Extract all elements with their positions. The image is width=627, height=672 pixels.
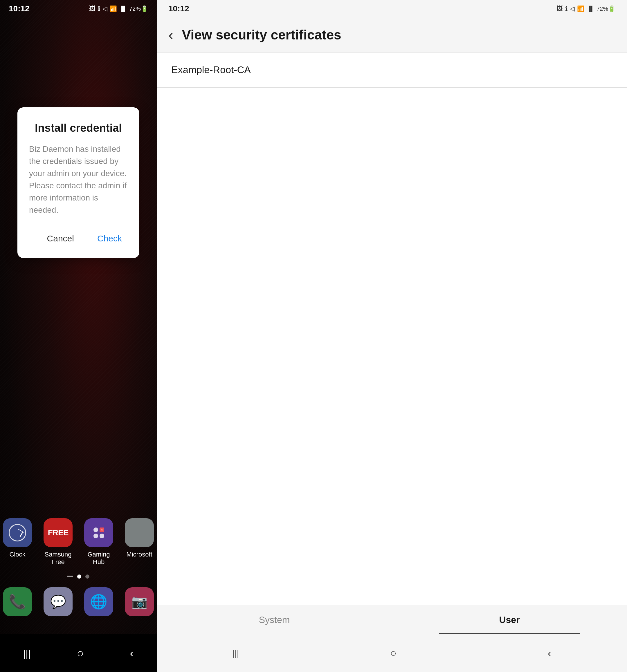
nav-recent-right[interactable]: ||| <box>232 648 239 658</box>
battery-right: 72%🔋 <box>597 5 616 12</box>
nav-home-right[interactable]: ○ <box>390 647 396 659</box>
status-bar-left: 10:12 🖼 ℹ ◁ 📶 ▐▌ 72%🔋 <box>0 0 157 18</box>
status-bar-right: 10:12 🖼 ℹ ◁ 📶 ▐▌ 72%🔋 <box>157 0 627 18</box>
bottom-tabs: System User <box>157 605 627 634</box>
status-icons-left: 🖼 ℹ ◁ 📶 ▐▌ 72%🔋 <box>89 5 148 13</box>
dialog-title: Install credential <box>29 122 128 134</box>
check-button[interactable]: Check <box>91 231 128 246</box>
battery-left: 72%🔋 <box>129 5 148 12</box>
certificates-list: Example-Root-CA <box>157 52 627 605</box>
dialog-overlay: Install credential Biz Daemon has instal… <box>0 0 157 672</box>
cancel-button[interactable]: Cancel <box>41 231 80 246</box>
back-button[interactable]: ‹ <box>168 28 173 42</box>
cert-item-root-ca[interactable]: Example-Root-CA <box>157 52 627 87</box>
page-title: View security certificates <box>182 27 341 43</box>
tab-user[interactable]: User <box>392 605 627 634</box>
install-credential-dialog: Install credential Biz Daemon has instal… <box>18 107 139 258</box>
dialog-buttons: Cancel Check <box>29 231 128 246</box>
cert-divider <box>157 87 627 88</box>
time-right: 10:12 <box>168 4 189 13</box>
nav-bar-right: ||| ○ ‹ <box>157 634 627 672</box>
share-icon: ◁ <box>102 5 108 13</box>
info-icon: ℹ <box>98 5 100 13</box>
tab-system-label: System <box>259 615 290 625</box>
nav-back-right[interactable]: ‹ <box>548 647 551 660</box>
tab-system[interactable]: System <box>157 605 392 634</box>
right-panel: 10:12 🖼 ℹ ◁ 📶 ▐▌ 72%🔋 ‹ View security ce… <box>157 0 627 672</box>
tab-user-label: User <box>499 615 519 625</box>
status-icons-right: 🖼 ℹ ◁ 📶 ▐▌ 72%🔋 <box>556 5 616 13</box>
wifi-icon: 📶 <box>110 5 117 12</box>
wifi-icon-r: 📶 <box>577 5 584 12</box>
signal-icon: ▐▌ <box>119 6 127 12</box>
photo-icon: 🖼 <box>89 5 95 13</box>
info-icon-r: ℹ <box>565 5 567 13</box>
page-header: ‹ View security certificates <box>157 18 627 52</box>
photo-icon-r: 🖼 <box>556 5 563 13</box>
time-left: 10:12 <box>9 4 30 13</box>
left-panel: 10:12 🖼 ℹ ◁ 📶 ▐▌ 72%🔋 Install credential… <box>0 0 157 672</box>
dialog-body: Biz Daemon has installed the credentials… <box>29 143 128 216</box>
signal-icon-r: ▐▌ <box>587 6 594 12</box>
arrow-icon-r: ◁ <box>570 5 575 13</box>
